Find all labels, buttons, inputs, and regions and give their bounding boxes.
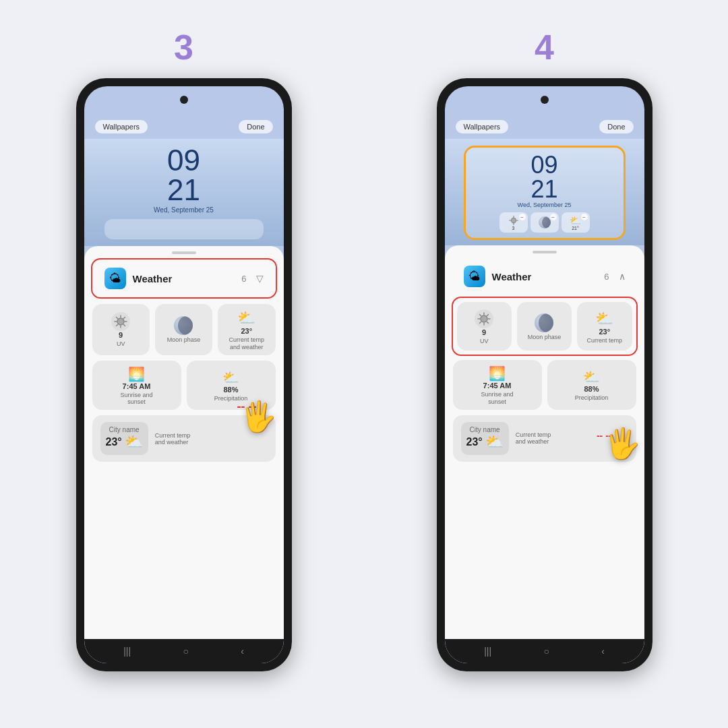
widget-uv-3[interactable]: 9 UV xyxy=(92,304,150,355)
city-temp-3: 23°⛅ xyxy=(106,433,143,451)
widget-sunrise-4[interactable]: 🌅 7:45 AM Sunrise andsunset xyxy=(453,360,542,410)
uv-label-4: UV xyxy=(480,338,489,345)
sheet-handle-3 xyxy=(172,251,196,254)
large-widget-inner-3: City name 23°⛅ xyxy=(100,422,148,455)
widget-temp-3[interactable]: ⛅ 23° Current tempand weather xyxy=(218,304,275,355)
widget-sunrise-3[interactable]: 🌅 7:45 AM Sunrise andsunset xyxy=(92,361,181,411)
temp-icon-4: ⛅ xyxy=(595,310,613,328)
city-name-4: City name xyxy=(470,426,500,433)
large-widget-label-3: Current tempand weather xyxy=(155,432,191,446)
svg-line-5 xyxy=(117,317,118,319)
done-btn-3[interactable]: Done xyxy=(239,120,272,133)
dashes-4: -- -- xyxy=(597,430,612,441)
screen-header-4: Wallpapers Done xyxy=(445,86,644,139)
nav-home-icon-3[interactable]: ○ xyxy=(183,646,188,657)
svg-line-21 xyxy=(487,314,488,315)
svg-point-0 xyxy=(117,318,124,325)
temp-label-4: Current temp xyxy=(587,337,623,344)
nav-bar-3: ||| ○ ‹ xyxy=(84,639,284,663)
widget-precip-3[interactable]: ⛅ 88% Precipitation xyxy=(187,361,276,411)
widget-row1-highlight-4: 9 UV Moon phase xyxy=(452,297,638,356)
precip-value-3: 88% xyxy=(223,386,238,394)
widget-grid-row2-4: 🌅 7:45 AM Sunrise andsunset ⛅ 88% Precip… xyxy=(445,360,644,415)
phone-3-screen: Wallpapers Done 09 21 Wed, September 25 xyxy=(84,86,284,663)
nav-home-icon-4[interactable]: ○ xyxy=(543,646,549,657)
large-widget-labels-4: Current tempand weather xyxy=(516,431,551,445)
widget-precip-4[interactable]: ⛅ 88% Precipitation xyxy=(547,360,636,410)
step-4-number: 4 xyxy=(535,27,554,67)
clock-hour-3: 09 21 xyxy=(98,146,270,205)
step-3-col: 3 Wallpapers Done 09 21 Wed, September 2… xyxy=(13,27,354,671)
step-3-number: 3 xyxy=(174,27,193,67)
bottom-sheet-3: 🌤 Weather 6 ▽ xyxy=(84,246,284,639)
mini-uv-4: − 3 xyxy=(499,212,528,233)
moon-icon-3 xyxy=(174,316,193,335)
weather-app-icon-3: 🌤 xyxy=(104,268,126,289)
minus-temp-4[interactable]: − xyxy=(581,214,588,220)
sunrise-label-3: Sunrise andsunset xyxy=(120,392,152,406)
nav-back-icon-4[interactable]: ‹ xyxy=(601,646,605,657)
minus-uv-4[interactable]: − xyxy=(519,214,526,220)
mini-temp-label-4: 21° xyxy=(572,226,579,231)
svg-point-14 xyxy=(481,315,487,322)
city-name-3: City name xyxy=(109,426,140,433)
svg-line-7 xyxy=(123,317,125,319)
precip-icon-3: ⛅ xyxy=(222,369,239,386)
widget-moon-4[interactable]: Moon phase xyxy=(517,302,572,351)
clock-date-3: Wed, September 25 xyxy=(98,206,270,214)
wallpapers-btn-3[interactable]: Wallpapers xyxy=(95,120,148,133)
app-row-4: 🌤 Weather 6 ∧ xyxy=(454,259,635,294)
svg-line-20 xyxy=(487,322,488,323)
city-temp-4: 23°⛅ xyxy=(466,433,504,451)
uv-icon-4 xyxy=(475,309,493,328)
phone-4-screen: Wallpapers Done 09 21 Wed, September 25 xyxy=(445,86,644,663)
app-row-highlight-3: 🌤 Weather 6 ▽ xyxy=(91,258,277,299)
widget-grid-row1-3: 9 UV Moon phase ⛅ 2 xyxy=(84,299,284,361)
phone-4: Wallpapers Done 09 21 Wed, September 25 xyxy=(437,78,653,671)
widget-uv-4[interactable]: 9 UV xyxy=(457,302,512,351)
mini-temp-4: − ⛅ 21° xyxy=(562,212,590,233)
sunrise-icon-3: 🌅 xyxy=(128,366,145,382)
precip-label-4: Precipitation xyxy=(575,394,609,402)
widget-large-3[interactable]: City name 23°⛅ Current tempand weather xyxy=(92,415,276,462)
bottom-sheet-4: 🌤 Weather 6 ∧ xyxy=(445,245,644,639)
precip-value-4: 88% xyxy=(584,385,599,393)
main-container: 3 Wallpapers Done 09 21 Wed, September 2… xyxy=(0,0,728,728)
moon-label-3: Moon phase xyxy=(167,336,201,344)
wallpapers-btn-4[interactable]: Wallpapers xyxy=(456,120,509,133)
wallpaper-area-4: 09 21 Wed, September 25 − xyxy=(445,139,644,245)
app-row-3: 🌤 Weather 6 ▽ xyxy=(95,261,273,296)
large-widget-inner-4: City name 23°⛅ xyxy=(461,422,509,455)
moon-icon-4 xyxy=(535,313,553,332)
uv-icon-3 xyxy=(111,312,130,331)
wallpaper-area-3: 09 21 Wed, September 25 xyxy=(84,139,284,246)
widget-temp-4[interactable]: ⛅ 23° Current temp xyxy=(577,302,632,351)
app-name-4: Weather xyxy=(492,271,598,282)
widget-grid-row1-4: 9 UV Moon phase xyxy=(453,298,636,355)
svg-line-6 xyxy=(123,325,125,326)
large-widget-label-4: Current tempand weather xyxy=(516,431,551,445)
svg-point-9 xyxy=(511,218,516,222)
widget-moon-3[interactable]: Moon phase xyxy=(155,304,212,355)
uv-label-3: UV xyxy=(117,340,125,348)
screen-header-3: Wallpapers Done xyxy=(84,86,284,139)
app-row-wrapper-4: 🌤 Weather 6 ∧ xyxy=(452,257,638,295)
svg-line-22 xyxy=(480,322,481,323)
nav-menu-icon-4[interactable]: ||| xyxy=(484,646,491,657)
widget-hour-4: 09 21 xyxy=(471,153,618,202)
mini-uv-label-4: 3 xyxy=(512,226,515,231)
done-btn-4[interactable]: Done xyxy=(599,120,633,133)
phone-3: Wallpapers Done 09 21 Wed, September 25 xyxy=(76,78,292,671)
temp-icon-3: ⛅ xyxy=(237,309,255,327)
expand-icon-4[interactable]: ∧ xyxy=(619,271,626,282)
svg-line-19 xyxy=(480,314,481,315)
sunrise-icon-4: 🌅 xyxy=(489,365,506,382)
widget-placeholder-3 xyxy=(104,219,264,239)
temp-label-3: Current tempand weather xyxy=(229,336,265,351)
minus-moon-4[interactable]: − xyxy=(550,214,557,220)
nav-menu-icon-3[interactable]: ||| xyxy=(123,646,131,657)
expand-icon-3[interactable]: ▽ xyxy=(256,273,264,284)
nav-back-icon-3[interactable]: ‹ xyxy=(241,646,244,657)
precip-icon-4: ⛅ xyxy=(583,369,600,385)
nav-bar-4: ||| ○ ‹ xyxy=(445,639,644,663)
